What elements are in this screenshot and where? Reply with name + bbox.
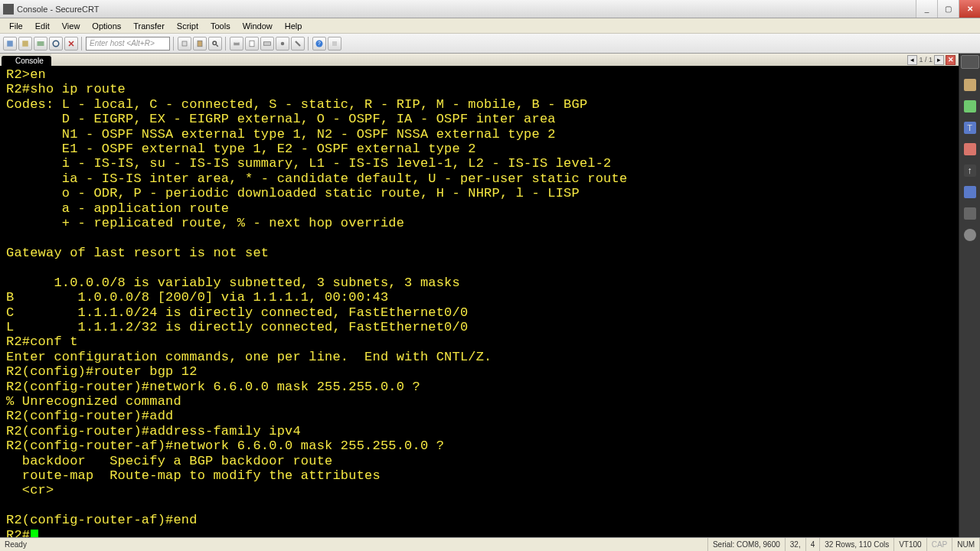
side-toggle-icon[interactable] <box>961 55 979 69</box>
side-eraser-icon[interactable] <box>962 141 978 158</box>
menu-help[interactable]: Help <box>279 20 309 32</box>
svg-rect-14 <box>332 41 337 46</box>
menu-view[interactable]: View <box>56 20 87 32</box>
terminal-line: D - EIGRP, EX - EIGRP external, O - OSPF… <box>6 112 954 126</box>
tab-label: Console <box>15 57 44 65</box>
svg-rect-1 <box>38 41 44 46</box>
terminal-line: R2(config)#router bgp 12 <box>6 364 954 379</box>
menu-transfer[interactable]: Transfer <box>127 20 171 32</box>
terminal-line <box>6 260 954 275</box>
terminal-line: a - application route <box>6 201 954 216</box>
tab-console[interactable]: Console <box>2 56 51 66</box>
svg-line-6 <box>217 44 218 46</box>
svg-rect-4 <box>198 41 202 47</box>
toolbar-quick-connect-icon[interactable] <box>18 37 32 51</box>
menu-script[interactable]: Script <box>171 20 204 32</box>
main-area: Console ◂ 1 / 1 ▸ ✕ R2>enR2#sho ip route… <box>0 54 980 537</box>
menu-tools[interactable]: Tools <box>204 20 237 32</box>
toolbar-sessions-icon[interactable] <box>34 37 47 51</box>
tab-next-button[interactable]: ▸ <box>934 55 944 65</box>
toolbar-options-icon[interactable] <box>276 37 289 51</box>
svg-rect-8 <box>235 41 239 42</box>
status-serial: Serial: COM8, 9600 <box>708 538 786 551</box>
terminal-line: % Unrecognized command <box>6 394 954 409</box>
terminal-column: Console ◂ 1 / 1 ▸ ✕ R2>enR2#sho ip route… <box>0 54 959 537</box>
toolbar-help-icon[interactable]: ? <box>312 37 326 51</box>
status-caps: CAP <box>927 538 953 551</box>
terminal-line <box>6 230 954 245</box>
side-gear-icon[interactable] <box>962 227 978 243</box>
status-ready: Ready <box>0 538 708 551</box>
terminal-line: R2(config-router-af)#end <box>6 513 954 527</box>
menu-edit[interactable]: Edit <box>29 20 56 32</box>
side-pointer-icon[interactable] <box>962 205 978 222</box>
terminal-prompt-line: R2# <box>6 528 954 537</box>
toolbar: Enter host <Alt+R> ? <box>0 34 980 54</box>
terminal-line: N1 - OSPF NSSA external type 1, N2 - OSP… <box>6 127 954 142</box>
terminal-line: B 1.0.0.0/8 [200/0] via 1.1.1.1, 00:00:4… <box>6 290 954 305</box>
terminal-line: R2(config-router)#address-family ipv4 <box>6 424 954 439</box>
window-title: Console - SecureCRT <box>17 5 916 14</box>
svg-rect-3 <box>182 41 187 46</box>
toolbar-reconnect-icon[interactable] <box>49 37 63 51</box>
terminal-line: C 1.1.1.0/24 is directly connected, Fast… <box>6 305 954 320</box>
menu-window[interactable]: Window <box>237 20 279 32</box>
toolbar-find-icon[interactable] <box>208 37 222 51</box>
toolbar-separator <box>81 37 83 51</box>
toolbar-about-icon[interactable] <box>328 37 341 51</box>
terminal-line: i - IS-IS, su - IS-IS summary, L1 - IS-I… <box>6 156 954 171</box>
svg-point-2 <box>53 41 59 47</box>
toolbar-connect-icon[interactable] <box>3 37 17 51</box>
toolbar-paste-icon[interactable] <box>193 37 207 51</box>
terminal-line: ia - IS-IS inter area, * - candidate def… <box>6 171 954 186</box>
status-num: NUM <box>952 538 980 551</box>
host-input[interactable]: Enter host <Alt+R> <box>86 37 170 51</box>
toolbar-tools-icon[interactable] <box>291 37 305 51</box>
terminal-line: 1.0.0.0/8 is variably subnetted, 3 subne… <box>6 276 954 290</box>
side-clip-icon[interactable] <box>962 184 978 201</box>
tab-counter: 1 / 1 <box>919 56 933 64</box>
side-pencil-icon[interactable] <box>962 77 978 93</box>
status-dimensions: 32 Rows, 110 Cols <box>820 538 894 551</box>
svg-text:?: ? <box>318 41 321 46</box>
svg-rect-7 <box>234 42 240 45</box>
terminal-line: Codes: L - local, C - connected, S - sta… <box>6 97 954 112</box>
side-highlighter-icon[interactable] <box>962 98 978 115</box>
terminal-line: + - replicated route, % - next hop overr… <box>6 216 954 230</box>
tab-strip: Console ◂ 1 / 1 ▸ ✕ <box>0 54 959 66</box>
close-button[interactable]: ✕ <box>959 0 980 18</box>
menu-bar: File Edit View Options Transfer Script T… <box>0 18 980 34</box>
svg-rect-9 <box>250 41 254 47</box>
maximize-button[interactable]: ▢ <box>937 0 959 18</box>
side-tool-strip: T ↑ <box>959 54 980 537</box>
minimize-button[interactable]: _ <box>916 0 937 18</box>
toolbar-separator <box>308 37 309 51</box>
toolbar-keymap-icon[interactable] <box>260 37 274 51</box>
app-icon <box>3 4 14 15</box>
status-terminal-type: VT100 <box>894 538 926 551</box>
side-arrow-icon[interactable]: ↑ <box>962 162 978 179</box>
svg-rect-10 <box>264 41 271 45</box>
status-bar: Ready Serial: COM8, 9600 32, 4 32 Rows, … <box>0 537 980 551</box>
terminal-line: R2#sho ip route <box>6 82 954 96</box>
menu-options[interactable]: Options <box>86 20 127 32</box>
tab-strip-spacer: ◂ 1 / 1 ▸ ✕ <box>51 54 959 66</box>
side-text-icon[interactable]: T <box>962 119 978 136</box>
terminal-output[interactable]: R2>enR2#sho ip routeCodes: L - local, C … <box>0 66 959 537</box>
tab-close-button[interactable]: ✕ <box>946 55 956 65</box>
terminal-line: R2(config-router)#network 6.6.0.0 mask 2… <box>6 380 954 394</box>
toolbar-log-icon[interactable] <box>245 37 259 51</box>
terminal-line: route-map Route-map to modify the attrib… <box>6 468 954 483</box>
tab-list-button[interactable]: ◂ <box>907 55 917 65</box>
terminal-line: Enter configuration commands, one per li… <box>6 350 954 364</box>
svg-rect-0 <box>7 41 13 47</box>
toolbar-separator <box>225 37 227 51</box>
toolbar-disconnect-icon[interactable] <box>64 37 78 51</box>
terminal-line: E1 - OSPF external type 1, E2 - OSPF ext… <box>6 142 954 156</box>
toolbar-print-icon[interactable] <box>230 37 243 51</box>
menu-file[interactable]: File <box>3 20 29 32</box>
terminal-line: backdoor Specify a BGP backdoor route <box>6 454 954 468</box>
window-controls: _ ▢ ✕ <box>916 0 980 18</box>
toolbar-copy-icon[interactable] <box>178 37 191 51</box>
terminal-cursor <box>31 530 38 537</box>
